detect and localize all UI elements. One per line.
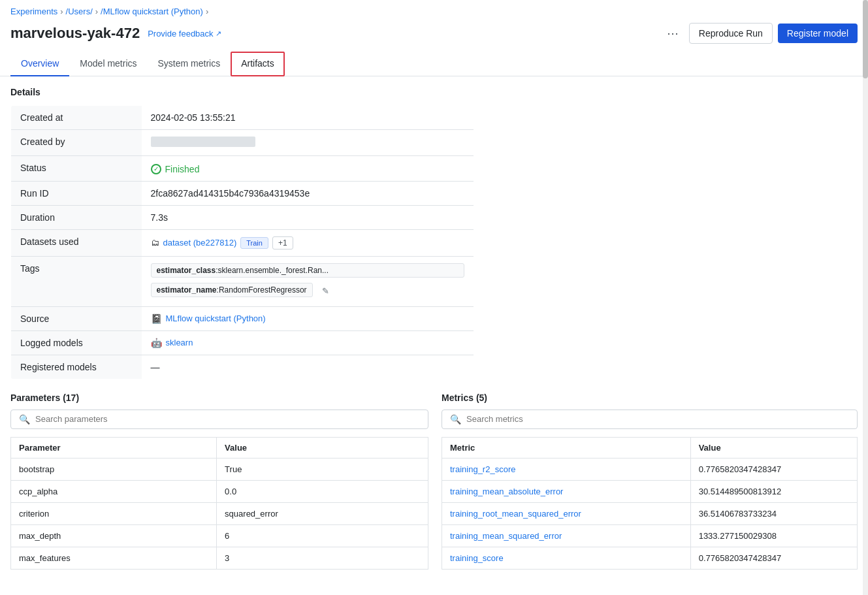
detail-label-run-id: Run ID: [11, 181, 142, 205]
param-col-header: Parameter: [11, 437, 217, 458]
two-col-layout: Parameters (17) 🔍 Parameter Value bootst…: [10, 393, 858, 570]
metric-link[interactable]: training_mean_absolute_error: [450, 487, 563, 496]
source-text: MLflow quickstart (Python): [166, 314, 266, 323]
metric-link[interactable]: training_mean_squared_error: [450, 531, 562, 541]
detail-value-run-id: 2fca8627ad414315b4c7936a4319453e: [142, 181, 474, 205]
sklearn-icon: 🤖: [151, 338, 162, 348]
breadcrumb: Experiments › /Users/ › /MLflow quicksta…: [0, 0, 868, 20]
breadcrumb-users[interactable]: /Users/: [66, 7, 93, 16]
metric-link[interactable]: training_root_mean_squared_error: [450, 509, 581, 519]
title-area: marvelous-yak-472 Provide feedback ↗: [10, 25, 221, 42]
breadcrumb-notebook[interactable]: /MLflow quickstart (Python): [101, 7, 203, 16]
detail-label-tags: Tags: [11, 256, 142, 306]
scrollbar-track: [863, 0, 868, 580]
detail-row-duration: Duration 7.3s: [11, 205, 474, 229]
details-section-title: Details: [10, 87, 858, 97]
metrics-search-input[interactable]: [466, 414, 849, 424]
param-name: bootstrap: [11, 458, 217, 480]
metrics-search-icon: 🔍: [450, 414, 461, 425]
metric-value: 36.51406783733234: [690, 502, 857, 524]
register-model-button[interactable]: Register model: [778, 24, 858, 43]
tab-system-metrics[interactable]: System metrics: [148, 52, 231, 76]
detail-row-source: Source 📓 MLflow quickstart (Python): [11, 306, 474, 330]
breadcrumb-sep3: ›: [206, 7, 208, 16]
detail-value-registered-models: —: [142, 355, 474, 379]
detail-value-created-at: 2024-02-05 13:55:21: [142, 106, 474, 130]
param-value: True: [217, 458, 428, 480]
metric-value: 30.514489500813912: [690, 480, 857, 502]
sklearn-link[interactable]: 🤖 sklearn: [151, 338, 465, 348]
edit-tag-icon[interactable]: ✎: [322, 286, 329, 296]
parameters-title: Parameters (17): [10, 393, 428, 403]
tab-overview[interactable]: Overview: [10, 52, 69, 76]
detail-row-created-by: Created by: [11, 130, 474, 156]
metrics-section: Metrics (5) 🔍 Metric Value training_r2_s…: [442, 393, 858, 570]
metric-row: training_score 0.7765820347428347: [442, 547, 858, 569]
param-search-input[interactable]: [35, 414, 420, 424]
breadcrumb-experiments[interactable]: Experiments: [10, 7, 57, 16]
page-title: marvelous-yak-472: [10, 25, 140, 42]
sklearn-text: sklearn: [166, 338, 193, 347]
feedback-text: Provide feedback: [148, 29, 213, 39]
detail-value-datasets: 🗂 dataset (be227812) Train +1: [142, 229, 474, 256]
detail-row-logged-models: Logged models 🤖 sklearn: [11, 330, 474, 355]
metric-value: 0.7765820347428347: [690, 547, 857, 569]
header-actions: ⋯ Reproduce Run Register model: [662, 23, 858, 44]
detail-row-datasets: Datasets used 🗂 dataset (be227812) Train…: [11, 229, 474, 256]
tag-key-2: estimator_name: [157, 285, 217, 295]
metric-row: training_mean_absolute_error 30.51448950…: [442, 480, 858, 502]
param-row: max_depth 6: [11, 524, 428, 547]
detail-value-tags: estimator_class: sklearn.ensemble._fores…: [142, 256, 474, 306]
tab-artifacts[interactable]: Artifacts: [231, 52, 285, 76]
details-table: Created at 2024-02-05 13:55:21 Created b…: [10, 105, 474, 379]
tag2-row: estimator_name: RandomForestRegressor ✎: [151, 283, 465, 300]
more-options-button[interactable]: ⋯: [662, 24, 684, 43]
metric-name: training_mean_absolute_error: [442, 480, 691, 502]
dataset-train-badge: Train: [240, 237, 268, 249]
metric-link[interactable]: training_score: [450, 553, 504, 563]
detail-label-status: Status: [11, 156, 142, 182]
metrics-search-box[interactable]: 🔍: [442, 410, 858, 429]
dataset-plus-badge[interactable]: +1: [272, 236, 293, 249]
notebook-icon: 📓: [151, 314, 162, 324]
tag-estimator-class: estimator_class: sklearn.ensemble._fores…: [151, 263, 465, 278]
metrics-table: Metric Value training_r2_score 0.7765820…: [442, 437, 858, 570]
metric-name: training_score: [442, 547, 691, 569]
reproduce-run-button[interactable]: Reproduce Run: [689, 23, 773, 44]
param-value: squared_error: [217, 502, 428, 524]
status-text: Finished: [165, 164, 200, 174]
param-row: max_features 3: [11, 547, 428, 569]
detail-row-status: Status Finished: [11, 156, 474, 182]
metric-name: training_r2_score: [442, 458, 691, 480]
table-icon: 🗂: [151, 238, 159, 248]
detail-value-duration: 7.3s: [142, 205, 474, 229]
metric-link[interactable]: training_r2_score: [450, 464, 515, 474]
param-name: max_features: [11, 547, 217, 569]
detail-value-created-by: [142, 130, 474, 156]
redacted-value: [151, 137, 255, 147]
tabs-nav: Overview Model metrics System metrics Ar…: [0, 52, 868, 76]
detail-value-status: Finished: [142, 156, 474, 182]
tag-key-1: estimator_class: [157, 266, 216, 275]
tag-estimator-name: estimator_name: RandomForestRegressor: [151, 283, 313, 297]
param-value: 6: [217, 524, 428, 547]
main-content: Details Created at 2024-02-05 13:55:21 C…: [0, 76, 868, 580]
scrollbar-thumb[interactable]: [863, 0, 868, 78]
metric-value: 0.7765820347428347: [690, 458, 857, 480]
tab-model-metrics[interactable]: Model metrics: [69, 52, 147, 76]
tag-value-2: RandomForestRegressor: [219, 285, 307, 295]
param-row: criterion squared_error: [11, 502, 428, 524]
metric-row: training_r2_score 0.7765820347428347: [442, 458, 858, 480]
breadcrumb-sep2: ›: [95, 7, 98, 16]
status-check-icon: [151, 164, 161, 174]
dataset-link[interactable]: dataset (be227812): [163, 238, 237, 248]
metric-row: training_mean_squared_error 1333.2771500…: [442, 524, 858, 547]
metric-name: training_root_mean_squared_error: [442, 502, 691, 524]
detail-value-logged-models: 🤖 sklearn: [142, 330, 474, 355]
param-value: 3: [217, 547, 428, 569]
feedback-link[interactable]: Provide feedback ↗: [148, 29, 221, 39]
parameter-search-box[interactable]: 🔍: [10, 410, 428, 429]
source-link[interactable]: 📓 MLflow quickstart (Python): [151, 314, 465, 324]
param-table-header: Parameter Value: [11, 437, 428, 458]
param-row: bootstrap True: [11, 458, 428, 480]
